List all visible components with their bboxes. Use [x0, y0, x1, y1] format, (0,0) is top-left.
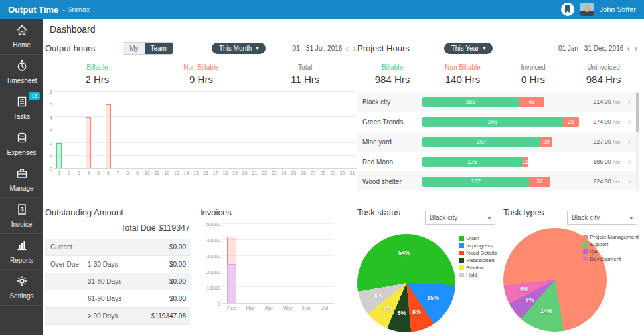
- toggle-team-button[interactable]: Team: [145, 43, 173, 54]
- y-tick-label: 1: [50, 153, 52, 159]
- nonbillable-segment: 20: [540, 137, 552, 147]
- day-slot: [54, 92, 64, 168]
- outstanding-panel: Outstanding Amount Total Due $119347 Cur…: [45, 207, 191, 332]
- stat-value: 9 Hrs: [149, 74, 254, 85]
- pie-slice-label: 8%: [374, 292, 383, 299]
- project-bar: 16945: [422, 97, 579, 107]
- project-name: Wood shelter: [362, 178, 417, 185]
- legend-item: Hold: [459, 272, 497, 278]
- project-row[interactable]: Black city16945214:00 hrs›: [357, 92, 639, 112]
- legend-item: Development: [583, 256, 639, 262]
- period-label: This Month: [219, 45, 252, 52]
- legend-item: Support: [583, 241, 639, 247]
- table-row: 61-90 Days$0.00: [45, 290, 191, 308]
- sidebar-item-settings[interactable]: Settings: [0, 270, 43, 306]
- toggle-my-button[interactable]: My: [123, 43, 144, 54]
- row-range-label: > 90 Days: [88, 312, 151, 320]
- stat-value: 984 Hrs: [357, 74, 428, 85]
- chevron-right-icon[interactable]: ›: [625, 97, 631, 106]
- billable-segment: 175: [422, 157, 523, 167]
- y-tick-label: 6: [50, 89, 52, 95]
- project-hours-title: Project Hours: [357, 43, 410, 53]
- legend-swatch: [583, 242, 588, 247]
- row-amount: $0.00: [169, 261, 186, 268]
- day-slot: [64, 92, 74, 168]
- chevron-right-icon[interactable]: ›: [625, 137, 631, 146]
- legend-item: QA: [583, 249, 639, 255]
- y-tick-label: 40000: [206, 237, 220, 243]
- x-tick-label: 10: [142, 171, 152, 175]
- stat-label: Non Billable: [428, 64, 498, 71]
- date-range-label: 01 Jan - 31 Dec, 2016: [558, 45, 623, 52]
- next-period-button[interactable]: ›: [352, 43, 357, 53]
- bar-segment-bottom: [227, 264, 236, 304]
- row-amount: $0.00: [169, 295, 186, 302]
- svg-text:$: $: [20, 206, 23, 213]
- sidebar-item-timesheet[interactable]: Timesheet: [0, 55, 43, 90]
- day-slot: [250, 92, 260, 168]
- prev-period-button[interactable]: ‹: [344, 43, 349, 53]
- bar-segment-top: [227, 237, 236, 263]
- day-slot: [308, 92, 318, 168]
- legend-swatch: [583, 257, 588, 261]
- project-bar: 18737: [422, 177, 579, 187]
- x-axis: FebMarAprMayJunJul: [222, 304, 334, 312]
- bookmark-button[interactable]: [561, 3, 574, 16]
- output-hours-period-dropdown[interactable]: This Month ▾: [212, 43, 266, 54]
- bar-slots: [54, 92, 357, 168]
- tasks-icon: [16, 96, 28, 110]
- stat-label: Non Billable: [149, 64, 254, 71]
- stat-label: Invoiced: [498, 64, 568, 71]
- sidebar-item-reports[interactable]: Reports: [0, 234, 43, 270]
- nonbillable-segment: 28: [563, 117, 579, 127]
- chevron-right-icon[interactable]: ›: [625, 117, 631, 126]
- x-tick-label: 20: [240, 171, 250, 175]
- x-tick-label: Apr: [260, 305, 278, 311]
- scrollbar-track[interactable]: [636, 92, 639, 191]
- project-row[interactable]: Mine yard20720227:00 hrs›: [357, 132, 639, 152]
- pie-slice-label: 6%: [526, 296, 534, 303]
- stat-label: Billable: [45, 64, 149, 71]
- x-tick-label: 5: [94, 171, 104, 175]
- y-tick-label: 0: [50, 166, 52, 172]
- project-hours-period-dropdown[interactable]: This Year ▾: [444, 43, 493, 54]
- user-name[interactable]: John Stiffer: [600, 5, 636, 13]
- x-tick-label: 22: [260, 171, 270, 175]
- pie-circle: [357, 234, 455, 332]
- sidebar-item-invoice[interactable]: $Invoice: [0, 198, 43, 234]
- scrollbar-thumb[interactable]: [636, 93, 639, 132]
- y-axis: 01000020000300004000050000: [200, 224, 222, 304]
- y-tick-label: 4: [50, 114, 52, 120]
- legend-label: Development: [590, 256, 621, 262]
- sidebar-item-label: Reports: [10, 257, 33, 264]
- task-status-project-select[interactable]: Black city ▾: [425, 211, 495, 225]
- sidebar-item-manage[interactable]: Manage: [0, 162, 43, 198]
- project-row[interactable]: Green Trends24628274:00 hrs›: [357, 112, 639, 132]
- y-tick-label: 20000: [206, 269, 220, 275]
- month-slot: [278, 224, 297, 303]
- task-types-project-select[interactable]: Black city ▾: [567, 211, 637, 225]
- output-hours-header: Output hours My Team This Month ▾ 01 - 3…: [45, 40, 357, 56]
- x-tick-label: Jul: [315, 305, 334, 311]
- project-row[interactable]: Wood shelter18737224:00 hrs›: [357, 171, 639, 191]
- day-slot: [240, 92, 250, 168]
- day-slot: [279, 92, 289, 168]
- sidebar-item-expenses[interactable]: Expenses: [0, 126, 43, 162]
- chevron-right-icon[interactable]: ›: [625, 157, 631, 166]
- avatar[interactable]: [580, 3, 594, 16]
- legend-item: In progress: [459, 243, 497, 249]
- day-slot: [337, 92, 347, 168]
- chevron-right-icon[interactable]: ›: [625, 177, 631, 186]
- sidebar-item-home[interactable]: Home: [0, 19, 43, 55]
- legend-label: Need Details: [466, 250, 497, 256]
- pie-slice-label: 14%: [540, 308, 552, 314]
- task-status-pie[interactable]: 54%15%8%8%8%8%: [357, 234, 455, 332]
- sidebar-item-tasks[interactable]: Tasks15: [0, 90, 43, 126]
- day-slot: [104, 92, 114, 168]
- table-row: 31-60 Days$0.00: [45, 273, 191, 290]
- stat-value: 2 Hrs: [45, 74, 149, 85]
- table-row: Over Due1-30 Days$0.00: [45, 256, 191, 273]
- next-period-button[interactable]: ›: [633, 43, 639, 53]
- project-row[interactable]: Red Moon17511186:00 hrs›: [357, 152, 639, 171]
- prev-period-button[interactable]: ‹: [625, 43, 631, 53]
